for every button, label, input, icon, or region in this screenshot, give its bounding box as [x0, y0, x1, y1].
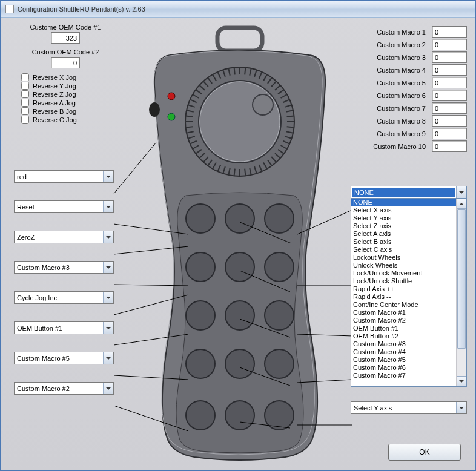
ok-button[interactable]: OK [388, 444, 461, 461]
scroll-thumb[interactable] [457, 209, 466, 349]
svg-line-33 [185, 116, 193, 117]
combo-option[interactable]: Custom Macro #3 [351, 340, 456, 348]
button-2-combo[interactable]: ZeroZ [14, 231, 114, 243]
svg-point-70 [265, 252, 294, 282]
svg-point-74 [186, 349, 215, 378]
macro-9-input[interactable] [432, 128, 467, 139]
svg-point-77 [186, 401, 215, 430]
window-icon [5, 5, 14, 13]
green-led-icon [168, 113, 175, 120]
macro-5-input[interactable] [432, 77, 467, 88]
macro-3-input[interactable] [432, 51, 467, 63]
combo-option[interactable]: Lockout Wheels [351, 254, 456, 262]
reverse-a-checkbox[interactable] [21, 99, 29, 107]
svg-point-78 [225, 401, 254, 430]
svg-line-46 [234, 67, 235, 74]
client-area: Custome OEM Code #1 Custom OEM Code #2 R… [1, 18, 475, 470]
oem-code-1-label: Custome OEM Code #1 [14, 24, 117, 31]
combo-option[interactable]: Custom Macro #2 [351, 317, 456, 324]
custom-macros-panel: Custom Macro 1 Custom Macro 2 Custom Mac… [358, 25, 467, 153]
macro-1-input[interactable] [432, 26, 467, 38]
combo-option[interactable]: Custom Macro #1 [351, 309, 456, 317]
reverse-z-checkbox[interactable] [21, 90, 29, 98]
macro-10-label: Custom Macro 10 [365, 143, 432, 150]
macro-10-input[interactable] [432, 140, 467, 152]
scroll-up-icon[interactable] [457, 199, 466, 209]
scroll-down-icon[interactable] [457, 376, 466, 386]
combo-option[interactable]: Custom Macro #4 [351, 348, 456, 356]
combo-option[interactable]: Lock/Unlock Shuttle [351, 277, 456, 285]
svg-line-18 [234, 169, 235, 176]
svg-point-71 [186, 301, 215, 330]
combo-option[interactable]: Custom Macro #6 [351, 364, 456, 372]
reverse-b-label: Reverse B Jog [33, 108, 76, 115]
button-4-combo[interactable]: Cycle Jog Inc. [14, 291, 114, 304]
svg-point-66 [225, 204, 254, 233]
svg-rect-0 [217, 28, 262, 51]
svg-point-73 [265, 301, 294, 330]
button-5-combo[interactable]: OEM Button #1 [14, 321, 114, 334]
pendant-illustration [128, 19, 352, 467]
titlebar[interactable]: Configuration ShuttleRU Pendant(s) v. 2.… [1, 1, 475, 18]
combo-option[interactable]: OEM Button #1 [351, 324, 456, 332]
combo-option[interactable]: Custom Macro #7 [351, 372, 456, 380]
svg-point-67 [265, 204, 294, 233]
combo-option[interactable]: Rapid Axis ++ [351, 285, 456, 293]
svg-line-3 [287, 127, 294, 127]
svg-line-16 [245, 169, 245, 176]
combo-option[interactable]: OEM Button #2 [351, 332, 456, 340]
reverse-b-checkbox[interactable] [21, 107, 29, 115]
window-title: Configuration ShuttleRU Pendant(s) v. 2.… [18, 5, 145, 13]
chevron-down-icon [103, 262, 113, 273]
reverse-c-checkbox[interactable] [21, 116, 29, 124]
svg-line-48 [245, 67, 245, 74]
combo-option[interactable]: Custom Macro #5 [351, 356, 456, 364]
chevron-down-icon [103, 171, 113, 182]
macro-8-input[interactable] [432, 115, 467, 127]
reverse-y-checkbox[interactable] [21, 82, 29, 90]
macro-1-label: Custom Macro 1 [365, 28, 432, 36]
macro-9-label: Custom Macro 9 [365, 130, 432, 137]
button-3-combo[interactable]: Custom Macro #3 [14, 261, 114, 274]
combo-option[interactable]: Cont/Inc Center Mode [351, 301, 456, 309]
oem-code-2-input[interactable] [51, 57, 80, 68]
combo-option[interactable]: Select Z axis [351, 222, 456, 230]
reverse-c-label: Reverse C Jog [33, 116, 77, 124]
combo-option[interactable]: Select A axis [351, 230, 456, 238]
combo-option[interactable]: Select B axis [351, 238, 456, 246]
combo-option[interactable]: NONE [351, 199, 456, 206]
svg-point-72 [225, 301, 254, 330]
combo-option[interactable]: Rapid Axis -- [351, 293, 456, 301]
scrollbar[interactable] [456, 199, 466, 386]
combo-option[interactable]: Select C axis [351, 246, 456, 254]
reverse-x-checkbox[interactable] [21, 73, 29, 81]
svg-point-63 [200, 82, 280, 162]
combo-option[interactable]: Select X axis [351, 206, 456, 214]
combo-option[interactable]: Select Y axis [351, 214, 456, 222]
oem-code-1-input[interactable] [51, 32, 80, 44]
macro-6-label: Custom Macro 6 [365, 92, 432, 99]
combo-options-list[interactable]: NONESelect X axisSelect Y axisSelect Z a… [351, 198, 467, 387]
macro-8-label: Custom Macro 8 [365, 117, 432, 125]
macro-7-label: Custom Macro 7 [365, 105, 432, 112]
combo-option[interactable]: Lock/Unlock Movement [351, 269, 456, 277]
chevron-down-icon [456, 402, 466, 413]
chevron-down-icon [456, 186, 466, 198]
button-1-combo[interactable]: Reset [14, 200, 114, 213]
macro-6-input[interactable] [432, 90, 467, 101]
right-button-combo-open[interactable]: NONE [351, 186, 467, 199]
right-lower-combo[interactable]: Select Y axis [351, 401, 467, 414]
button-6-combo[interactable]: Custom Macro #5 [14, 352, 114, 364]
led-color-combo[interactable]: red [14, 170, 114, 183]
chevron-down-icon [103, 231, 113, 243]
macro-7-input[interactable] [432, 102, 467, 114]
macro-2-input[interactable] [432, 39, 467, 50]
svg-point-75 [225, 349, 254, 378]
button-7-combo[interactable]: Custom Macro #2 [14, 382, 114, 395]
macro-4-input[interactable] [432, 64, 467, 76]
combo-option[interactable]: Unlock Wheels [351, 262, 456, 269]
macro-4-label: Custom Macro 4 [365, 67, 432, 74]
reverse-x-label: Reverse X Jog [33, 74, 76, 81]
reverse-y-label: Reverse Y Jog [33, 82, 76, 90]
red-led-icon [168, 93, 175, 100]
